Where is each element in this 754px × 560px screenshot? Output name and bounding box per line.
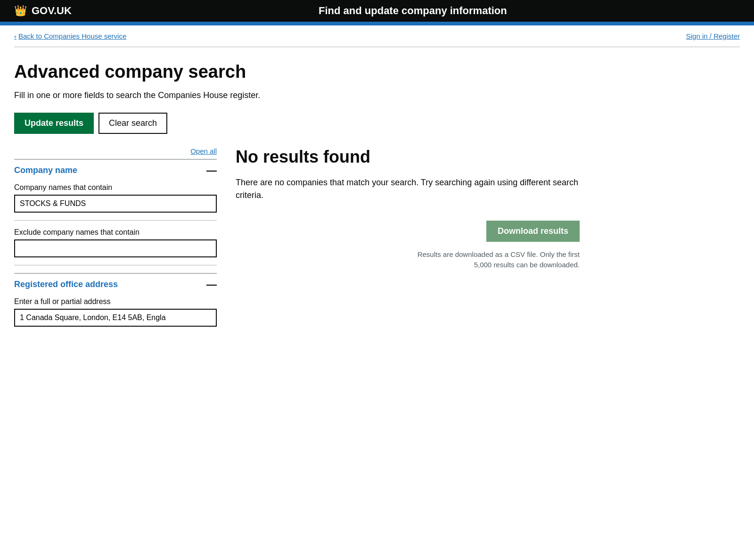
registered-office-collapse-icon[interactable]: —	[206, 280, 217, 290]
sign-in-register-link[interactable]: Sign in / Register	[686, 32, 740, 47]
back-chevron-icon: ‹	[14, 32, 16, 40]
registered-office-address-field: Enter a full or partial address	[14, 297, 217, 327]
content-grid: Open all Company name — Company names th…	[14, 147, 580, 334]
registered-office-section: Registered office address — Enter a full…	[14, 273, 217, 327]
company-name-header: Company name —	[14, 165, 217, 176]
back-to-companies-house-link[interactable]: ‹ Back to Companies House service	[14, 32, 126, 40]
company-name-include-field: Company names that contain	[14, 183, 217, 213]
page-heading: Advanced company search	[14, 61, 580, 83]
action-buttons: Update results Clear search	[14, 113, 580, 134]
company-name-exclude-field: Exclude company names that contain	[14, 228, 217, 257]
company-name-title[interactable]: Company name	[14, 165, 77, 175]
download-results-button[interactable]: Download results	[486, 221, 580, 242]
registered-office-header: Registered office address —	[14, 280, 217, 290]
company-name-include-input[interactable]	[14, 195, 217, 213]
registered-office-address-input[interactable]	[14, 309, 217, 327]
gov-uk-logo: 👑 GOV.UK	[14, 5, 72, 17]
page-description: Fill in one or more fields to search the…	[14, 91, 580, 100]
registered-office-title[interactable]: Registered office address	[14, 280, 118, 289]
download-note: Results are downloaded as a CSV file. On…	[401, 249, 580, 271]
nav-bar: ‹ Back to Companies House service Sign i…	[0, 25, 754, 47]
main-content: Advanced company search Fill in one or m…	[0, 47, 594, 362]
open-all-row: Open all	[14, 147, 217, 155]
no-results-heading: No results found	[236, 147, 580, 167]
registered-office-address-label: Enter a full or partial address	[14, 297, 217, 306]
logo-text: GOV.UK	[32, 5, 72, 17]
company-name-exclude-label: Exclude company names that contain	[14, 228, 217, 237]
filters-panel: Open all Company name — Company names th…	[14, 147, 217, 334]
blue-bar	[0, 22, 754, 25]
company-name-include-label: Company names that contain	[14, 183, 217, 192]
company-name-section-end-divider	[14, 265, 217, 265]
crown-icon: 👑	[14, 5, 27, 17]
company-name-exclude-input[interactable]	[14, 239, 217, 257]
open-all-link[interactable]: Open all	[190, 147, 217, 155]
update-results-button[interactable]: Update results	[14, 113, 94, 134]
company-name-collapse-icon[interactable]: —	[206, 165, 217, 176]
company-name-divider	[14, 220, 217, 221]
download-section: Download results Results are downloaded …	[236, 221, 580, 271]
company-name-section: Company name — Company names that contai…	[14, 159, 217, 265]
clear-search-button[interactable]: Clear search	[98, 113, 167, 134]
results-panel: No results found There are no companies …	[236, 147, 580, 334]
site-header: 👑 GOV.UK Find and update company informa…	[0, 0, 754, 25]
back-link-label: Back to Companies House service	[18, 32, 126, 40]
header-title: Find and update company information	[86, 5, 740, 17]
no-results-message: There are no companies that match your s…	[236, 176, 580, 202]
